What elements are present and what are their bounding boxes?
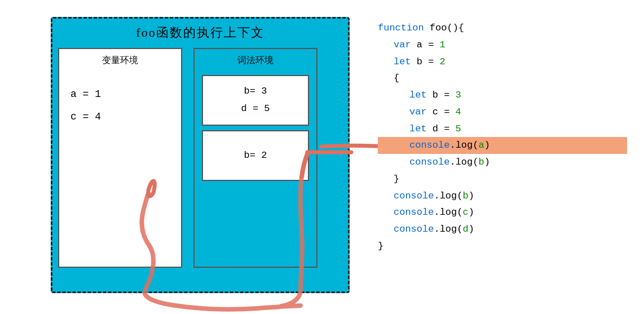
code-line-l8: console.log(a)	[378, 137, 627, 154]
code-line-l11: console.log(b)	[378, 188, 627, 205]
lexical-box1-content: b= 3d = 5	[241, 83, 270, 117]
code-line-l1: function foo(){	[378, 20, 627, 37]
code-block: function foo(){var a = 1let b = 2{let b …	[378, 20, 627, 255]
diagram-area: foo函数的执行上下文 变量环境 a = 1 c = 4 词法环境 b= 3d …	[6, 17, 367, 304]
outer-title: foo函数的执行上下文	[58, 24, 342, 41]
outer-box: foo函数的执行上下文 变量环境 a = 1 c = 4 词法环境 b= 3d …	[51, 17, 350, 293]
code-line-l12: console.log(c)	[378, 204, 627, 221]
inner-boxes-row: 变量环境 a = 1 c = 4 词法环境 b= 3d = 5 b= 2	[58, 48, 342, 268]
code-line-l4: {	[378, 70, 627, 87]
code-line-l7: let d = 5	[378, 121, 627, 138]
var-entry-c: c = 4	[70, 106, 170, 129]
variable-env-box: 变量环境 a = 1 c = 4	[58, 48, 182, 268]
lexical-inner-box-1: b= 3d = 5	[202, 75, 309, 126]
main-container: foo函数的执行上下文 变量环境 a = 1 c = 4 词法环境 b= 3d …	[0, 0, 644, 314]
code-line-l5: let b = 3	[378, 87, 627, 104]
code-line-l6: var c = 4	[378, 104, 627, 121]
code-line-l3: let b = 2	[378, 54, 627, 70]
lexical-env-label: 词法环境	[200, 55, 311, 67]
code-line-l2: var a = 1	[378, 37, 627, 54]
lexical-env-box: 词法环境 b= 3d = 5 b= 2	[193, 48, 317, 268]
var-content: a = 1 c = 4	[65, 75, 175, 136]
code-area: function foo(){var a = 1let b = 2{let b …	[367, 11, 638, 263]
code-line-l10: }	[378, 171, 627, 188]
code-line-l9: console.log(b)	[378, 154, 627, 171]
code-line-l14: }	[378, 238, 627, 255]
var-entry-a: a = 1	[70, 83, 170, 106]
variable-env-label: 变量环境	[65, 55, 175, 67]
code-line-l13: console.log(d)	[378, 221, 627, 238]
lexical-box2-content: b= 2	[244, 147, 267, 165]
lexical-inner-box-2: b= 2	[202, 130, 309, 181]
